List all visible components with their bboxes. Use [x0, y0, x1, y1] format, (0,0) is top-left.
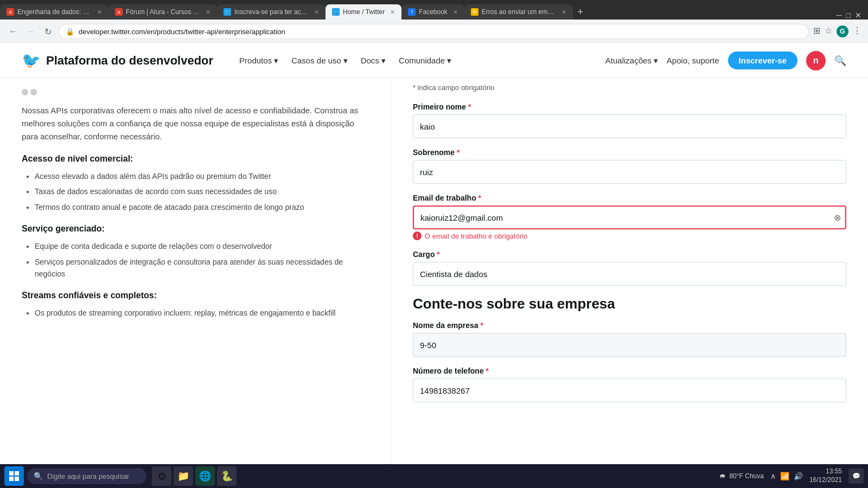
- taskbar-app-cortana[interactable]: ⊙: [152, 466, 171, 486]
- page-content: 🐦 Plataforma do desenvolvedor Produtos ▾…: [0, 43, 868, 488]
- nav-comunidade[interactable]: Comunidade ▾: [399, 56, 451, 66]
- tab-3[interactable]: 🐦 Inscreva-se para ter acesso a... ✕: [217, 4, 326, 20]
- tab-favicon-2: a: [115, 8, 123, 16]
- taskbar-date-text: 16/12/2021: [809, 476, 842, 485]
- tab-6[interactable]: ✉ Erros ao enviar um email - Er... ✕: [464, 4, 573, 20]
- taskbar-app-snake[interactable]: 🐍: [217, 466, 237, 486]
- weather-text: 80°F Chuva: [729, 472, 764, 480]
- tab-close-5[interactable]: ✕: [453, 9, 458, 16]
- site-header: 🐦 Plataforma do desenvolvedor Produtos ▾…: [0, 43, 868, 78]
- input-phone[interactable]: [413, 378, 846, 402]
- placeholder-dot-2: [30, 89, 37, 95]
- nav-casos[interactable]: Casos de uso ▾: [291, 56, 348, 66]
- profile-icon[interactable]: G: [837, 25, 848, 37]
- start-button[interactable]: [4, 466, 24, 486]
- user-avatar[interactable]: n: [806, 51, 826, 70]
- taskbar-sys-icons: ∧ 📶 🔊: [770, 472, 803, 480]
- network-icon[interactable]: 📶: [780, 472, 789, 480]
- main-nav: Produtos ▾ Casos de uso ▾ Docs ▾ Comunid…: [239, 56, 451, 66]
- section-1-list: Equipe de conta dedicada e suporte de re…: [22, 240, 369, 280]
- list-item: Acesso elevado a dados além das APIs pad…: [35, 170, 369, 182]
- taskbar-clock[interactable]: 13:55 16/12/2021: [809, 467, 842, 484]
- form-group-company-name: Nome da empresa *: [413, 321, 846, 357]
- nav-apoio-label: Apoio, suporte: [667, 56, 719, 65]
- nav-produtos-label: Produtos: [239, 56, 272, 65]
- required-star-fn: *: [468, 102, 471, 111]
- chevron-up-icon[interactable]: ∧: [770, 472, 776, 480]
- input-company-name[interactable]: [413, 333, 846, 357]
- notification-button[interactable]: 💬: [848, 468, 864, 484]
- reload-button[interactable]: ↻: [41, 25, 54, 38]
- list-item: Taxas de dados escalonadas de acordo com…: [35, 185, 369, 197]
- new-tab-button[interactable]: +: [573, 4, 588, 20]
- email-error-message: ! O email de trabalho é obrigatório: [413, 232, 846, 240]
- taskbar-search-text: Digite aqui para pesquisar: [47, 472, 129, 480]
- form-group-first-name: Primeiro nome *: [413, 102, 846, 138]
- tab-close-4[interactable]: ✕: [390, 9, 395, 16]
- cast-icon[interactable]: ⊞: [813, 25, 820, 37]
- tab-label-3: Inscreva-se para ter acesso a...: [234, 8, 309, 16]
- bookmark-icon[interactable]: ☆: [825, 25, 832, 37]
- label-cargo: Cargo *: [413, 250, 846, 259]
- tab-close-2[interactable]: ✕: [206, 9, 210, 16]
- required-star-ln: *: [457, 148, 459, 157]
- input-work-email[interactable]: [413, 206, 846, 229]
- windows-icon: [9, 471, 20, 481]
- address-bar-row: ← → ↻ 🔒 developer.twitter.com/en/product…: [0, 20, 868, 43]
- taskbar-right: 🌧 80°F Chuva ∧ 📶 🔊 13:55 16/12/2021 💬: [719, 467, 864, 484]
- twitter-logo-icon: 🐦: [22, 52, 41, 69]
- input-cargo[interactable]: [413, 262, 846, 286]
- close-icon[interactable]: ✕: [855, 11, 861, 20]
- list-item: Termos do contrato anual e pacote de ata…: [35, 201, 369, 213]
- browser-toolbar-icons: ⊞ ☆ G ⋮: [813, 25, 861, 37]
- address-input[interactable]: 🔒 developer.twitter.com/en/products/twit…: [59, 24, 809, 39]
- clear-email-icon[interactable]: ⊗: [834, 213, 841, 223]
- title-placeholder: [22, 89, 369, 95]
- header-search-icon[interactable]: 🔍: [834, 55, 846, 67]
- tab-favicon-5: f: [408, 8, 416, 16]
- weather-icon: 🌧: [719, 472, 726, 480]
- placeholder-dot-1: [22, 89, 28, 95]
- tab-5[interactable]: f Facebook ✕: [401, 4, 464, 20]
- tab-close-3[interactable]: ✕: [314, 9, 319, 16]
- error-text: O email de trabalho é obrigatório: [425, 232, 527, 240]
- tab-4[interactable]: 🐦 Home / Twitter ✕: [326, 4, 401, 20]
- nav-atualizacoes[interactable]: Atualizações ▾: [605, 56, 658, 66]
- nav-apoio[interactable]: Apoio, suporte: [667, 56, 719, 65]
- taskbar-search[interactable]: 🔍 Digite aqui para pesquisar: [27, 468, 146, 484]
- volume-icon[interactable]: 🔊: [794, 472, 803, 480]
- tab-bar: a Engenharia de dados: Conhe... ✕ a Fóru…: [0, 0, 868, 20]
- taskbar-time-text: 13:55: [809, 467, 842, 476]
- section-heading-1: Serviço gerenciado:: [22, 224, 369, 234]
- svg-rect-3: [15, 477, 19, 481]
- tab-favicon-4: 🐦: [332, 8, 340, 16]
- back-button[interactable]: ←: [7, 25, 20, 38]
- forward-button[interactable]: →: [24, 25, 37, 38]
- right-panel: * indica campo obrigatório Primeiro nome…: [391, 78, 868, 488]
- tab-2[interactable]: a Fórum | Alura - Cursos online... ✕: [108, 4, 217, 20]
- signup-button[interactable]: Inscrever-se: [728, 52, 797, 69]
- nav-comunidade-chevron: ▾: [447, 56, 451, 66]
- extensions-icon[interactable]: ⋮: [853, 25, 861, 37]
- minimize-icon[interactable]: ─: [837, 11, 842, 20]
- required-star-email: *: [478, 194, 481, 202]
- nav-docs[interactable]: Docs ▾: [361, 56, 386, 66]
- tab-close-6[interactable]: ✕: [561, 9, 566, 16]
- tab-label-5: Facebook: [419, 8, 448, 16]
- nav-produtos[interactable]: Produtos ▾: [239, 56, 278, 66]
- tab-1[interactable]: a Engenharia de dados: Conhe... ✕: [0, 4, 108, 20]
- tab-close-1[interactable]: ✕: [97, 9, 102, 16]
- form-group-last-name: Sobrenome *: [413, 148, 846, 184]
- input-last-name[interactable]: [413, 160, 846, 184]
- tab-favicon-6: ✉: [471, 8, 478, 16]
- main-content: Nossas APIs corporativas oferecem o mais…: [0, 78, 868, 488]
- taskbar-app-chrome[interactable]: 🌐: [195, 466, 215, 486]
- maximize-icon[interactable]: □: [846, 11, 851, 20]
- input-first-name[interactable]: [413, 114, 846, 138]
- left-panel: Nossas APIs corporativas oferecem o mais…: [0, 78, 391, 488]
- nav-casos-chevron: ▾: [343, 56, 348, 66]
- tab-favicon-3: 🐦: [224, 8, 231, 16]
- required-star-cargo: *: [437, 250, 439, 259]
- taskbar-app-files[interactable]: 📁: [174, 466, 193, 486]
- tab-favicon-1: a: [7, 8, 14, 16]
